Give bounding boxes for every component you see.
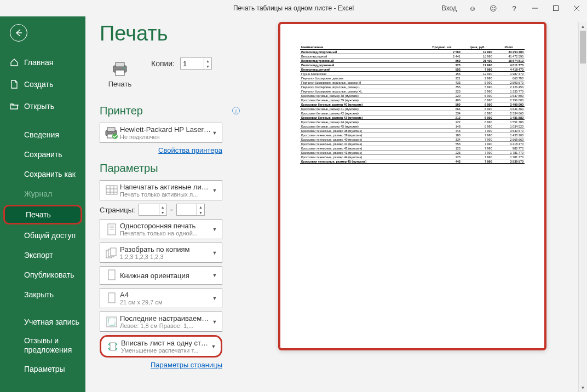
sidebar-label: Экспорт xyxy=(24,251,53,260)
chevron-down-icon: ▼ xyxy=(211,188,218,193)
printer-dropdown[interactable]: Hewlett-Packard HP LaserJe... Не подключ… xyxy=(100,123,222,143)
printer-properties-link[interactable]: Свойства принтера xyxy=(100,146,222,154)
preview-scrollbar[interactable]: ▲ ▼ xyxy=(578,22,587,392)
sidebar-label: Сохранить xyxy=(24,150,62,159)
print-preview-area: НаименованиеПродано, шт.Цена, руб.ИтогоВ… xyxy=(253,22,587,392)
collate-dropdown[interactable]: Разобрать по копиям1,2,3 1,2,3 1,2,3 ▼ xyxy=(100,243,222,263)
page-setup-link[interactable]: Параметры страницы xyxy=(100,361,222,369)
svg-point-8 xyxy=(124,67,125,68)
sidebar-label: Общий доступ xyxy=(24,231,76,240)
help-icon[interactable]: ? xyxy=(504,0,525,16)
scroll-down-button[interactable]: ▼ xyxy=(579,383,587,392)
titlebar: Печать таблицы на одном листе - Excel Вх… xyxy=(0,0,587,16)
sidebar-label: Отзывы и предложения xyxy=(24,336,85,355)
window-controls: Вход ☺ ☹ ? xyxy=(436,0,587,16)
copies-spinner[interactable]: ▲▼ xyxy=(180,57,212,70)
svg-rect-29 xyxy=(110,343,116,350)
sidebar-label: Журнал xyxy=(24,189,52,198)
paper-size-dropdown[interactable]: A421 см x 29,7 см ▼ xyxy=(100,288,222,308)
sidebar-label: Печать xyxy=(26,210,51,219)
frown-icon[interactable]: ☹ xyxy=(483,0,504,16)
pages-range-row: Страницы: ▲▼ - ▲▼ xyxy=(100,204,222,216)
sidebar-item-options[interactable]: Параметры xyxy=(0,359,85,379)
open-icon xyxy=(10,102,19,111)
sidebar-item-save[interactable]: Сохранить xyxy=(0,145,85,164)
backstage-sidebar: Главная Создать Открыть Сведения Сохрани… xyxy=(0,16,85,392)
close-button[interactable] xyxy=(566,0,587,16)
sidebar-label: Закрыть xyxy=(24,290,54,299)
scroll-up-button[interactable]: ▲ xyxy=(579,22,587,31)
pages-from-input[interactable] xyxy=(139,205,159,215)
print-what-dropdown[interactable]: Напечатать активные листыПечать только а… xyxy=(100,180,222,200)
sidebar-label: Учетная запись xyxy=(24,318,79,326)
sidebar-item-home[interactable]: Главная xyxy=(0,51,85,73)
sidebar-item-open[interactable]: Открыть xyxy=(0,95,85,117)
chevron-down-icon: ▼ xyxy=(211,227,218,232)
sidebar-item-saveas[interactable]: Сохранить как xyxy=(0,164,85,184)
margins-dropdown[interactable]: Последние настраиваемы...Левое: 1,8 см П… xyxy=(100,312,222,332)
pages-from-spinner[interactable]: ▲▼ xyxy=(139,204,167,216)
settings-section-title: Параметры xyxy=(100,162,253,175)
svg-rect-6 xyxy=(116,62,124,67)
page-title: Печать xyxy=(100,22,253,45)
chevron-down-icon: ▼ xyxy=(211,319,218,325)
print-settings-panel: Печать Печать Копии: ▲▼ xyxy=(100,22,253,392)
scaling-dropdown[interactable]: Вписать лист на одну стра...Уменьшение р… xyxy=(100,335,222,358)
sidebar-label: Главная xyxy=(24,58,53,67)
new-icon xyxy=(10,80,19,89)
minimize-button[interactable] xyxy=(525,0,545,16)
svg-rect-10 xyxy=(107,128,115,131)
maximize-button[interactable] xyxy=(545,0,566,16)
sidebar-item-export[interactable]: Экспорт xyxy=(0,245,85,265)
collate-icon xyxy=(103,247,120,259)
svg-rect-25 xyxy=(108,270,115,280)
chevron-down-icon: ▼ xyxy=(211,250,218,256)
sheets-icon xyxy=(103,185,120,197)
info-icon[interactable]: i xyxy=(232,107,240,114)
pages-to-input[interactable] xyxy=(177,205,197,215)
orientation-dropdown[interactable]: Книжная ориентация ▼ xyxy=(100,266,222,285)
sidebar-item-new[interactable]: Создать xyxy=(0,73,85,95)
copies-input[interactable] xyxy=(181,59,204,69)
sidebar-item-info[interactable]: Сведения xyxy=(0,125,85,145)
sidebar-item-account[interactable]: Учетная запись xyxy=(0,312,85,332)
svg-rect-26 xyxy=(108,293,115,303)
printer-section-title: Принтер i xyxy=(100,105,253,117)
chevron-down-icon: ▼ xyxy=(211,296,218,301)
login-button[interactable]: Вход xyxy=(436,0,462,16)
sidebar-label: Опубликовать xyxy=(24,270,74,279)
printer-icon xyxy=(111,61,129,77)
copies-label: Копии: xyxy=(151,59,175,68)
preview-page: НаименованиеПродано, шт.Цена, руб.ИтогоВ… xyxy=(278,22,546,350)
sidebar-item-feedback[interactable]: Отзывы и предложения xyxy=(0,332,85,359)
scroll-thumb[interactable] xyxy=(580,31,586,64)
arrow-left-icon xyxy=(14,28,23,37)
printer-name: Hewlett-Packard HP LaserJe... xyxy=(120,125,211,134)
svg-rect-13 xyxy=(106,186,117,194)
sides-dropdown[interactable]: Односторонняя печатьПечатать только на о… xyxy=(100,219,222,239)
sidebar-label: Сведения xyxy=(24,130,59,139)
paper-icon xyxy=(103,292,120,305)
smile-icon[interactable]: ☺ xyxy=(462,0,483,16)
print-button-label: Печать xyxy=(108,80,132,88)
sidebar-label: Открыть xyxy=(24,102,54,111)
print-button[interactable]: Печать xyxy=(100,55,140,94)
sidebar-item-print[interactable]: Печать xyxy=(3,205,82,224)
pages-to-spinner[interactable]: ▲▼ xyxy=(176,204,205,216)
fit-icon xyxy=(105,340,121,353)
svg-rect-1 xyxy=(554,6,559,11)
sidebar-item-share[interactable]: Общий доступ xyxy=(0,226,85,245)
margins-icon xyxy=(103,315,120,328)
spinner-up[interactable]: ▲ xyxy=(204,58,211,64)
preview-table: НаименованиеПродано, шт.Цена, руб.ИтогоВ… xyxy=(300,45,525,164)
portrait-icon xyxy=(103,269,120,282)
printer-status: Не подключен xyxy=(120,134,211,140)
sidebar-item-publish[interactable]: Опубликовать xyxy=(0,265,85,285)
back-button[interactable] xyxy=(10,24,27,42)
printer-status-icon xyxy=(103,127,120,139)
pages-label: Страницы: xyxy=(100,206,135,214)
sidebar-item-close[interactable]: Закрыть xyxy=(0,285,85,304)
spinner-down[interactable]: ▼ xyxy=(204,64,211,69)
chevron-down-icon: ▼ xyxy=(210,344,217,349)
chevron-down-icon: ▼ xyxy=(211,273,218,278)
